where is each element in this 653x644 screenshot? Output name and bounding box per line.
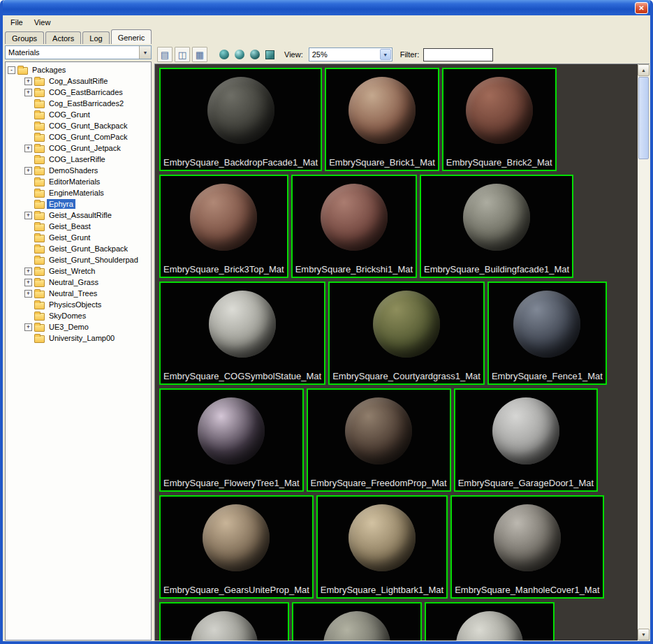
- material-name: EmbrySquare_Brick2_Mat: [446, 157, 553, 170]
- tab-groups[interactable]: Groups: [5, 31, 44, 44]
- material-browser-panel: ▤ ◫ ▦ View: 25% ▼ Filter: Em: [154, 45, 650, 641]
- material-name: EmbrySquare_Fence1_Mat: [491, 371, 603, 383]
- tree-item[interactable]: +DemoShaders: [8, 165, 151, 176]
- cube-primitive-icon: [265, 50, 274, 59]
- resource-type-value: Materials: [6, 48, 139, 57]
- preview-circle-button[interactable]: [217, 48, 230, 61]
- thumbnail-view-button[interactable]: ▦: [192, 47, 207, 62]
- collapse-icon[interactable]: -: [8, 66, 15, 74]
- tree-item[interactable]: +Geist_Wretch: [8, 265, 151, 277]
- folder-icon: [34, 335, 45, 343]
- tab-generic[interactable]: Generic: [111, 29, 152, 44]
- material-thumbnail[interactable]: EmbrySquare_BackdropFacade1_Mat: [159, 68, 322, 171]
- tab-actors[interactable]: Actors: [45, 31, 81, 44]
- material-sphere-preview: [209, 291, 276, 358]
- preview-cube-button[interactable]: [263, 48, 277, 61]
- material-sphere-preview: [321, 184, 388, 251]
- material-thumbnail[interactable]: [159, 602, 289, 641]
- folder-icon: [34, 134, 45, 142]
- tree-item[interactable]: University_Lamp00: [8, 332, 151, 344]
- tree-item[interactable]: +Neutral_Trees: [8, 288, 151, 299]
- tree-item[interactable]: COG_Grunt_ComPack: [8, 131, 151, 142]
- menu-file[interactable]: File: [5, 17, 29, 28]
- expand-icon[interactable]: +: [24, 145, 32, 152]
- close-button[interactable]: ✕: [635, 2, 648, 14]
- expand-icon[interactable]: +: [24, 290, 32, 298]
- tree-item[interactable]: Geist_Grunt_Backpack: [8, 243, 151, 254]
- tree-item-selected[interactable]: Ephyra: [8, 198, 151, 210]
- tree-item[interactable]: +UE3_Demo: [8, 321, 151, 332]
- expand-icon[interactable]: +: [24, 89, 32, 96]
- tab-log[interactable]: Log: [82, 31, 109, 44]
- material-thumbnail[interactable]: EmbrySquare_COGSymbolStatue_Mat: [159, 281, 325, 385]
- tree-item[interactable]: Geist_Beast: [8, 221, 151, 232]
- zoom-level-dropdown[interactable]: 25% ▼: [309, 47, 392, 61]
- material-thumbnail[interactable]: EmbrySquare_Lightbark1_Mat: [316, 495, 448, 599]
- vertical-scrollbar[interactable]: ▲ ▼: [638, 64, 650, 641]
- tree-item-label: COG_Grunt_Backpack: [47, 121, 130, 131]
- thumbnail-row: EmbrySquare_FloweryTree1_Mat EmbrySquare…: [159, 388, 635, 492]
- scroll-down-button[interactable]: ▼: [638, 629, 650, 641]
- preview-sphere-alt-button[interactable]: [248, 48, 261, 61]
- scrollbar-track[interactable]: [638, 76, 650, 629]
- expand-icon[interactable]: +: [24, 167, 32, 175]
- expand-icon[interactable]: +: [24, 78, 32, 85]
- scroll-up-button[interactable]: ▲: [638, 64, 650, 76]
- material-thumbnail[interactable]: EmbrySquare_Courtyardgrass1_Mat: [328, 281, 485, 385]
- material-sphere-preview: [348, 77, 416, 144]
- tree-item[interactable]: Geist_Grunt: [8, 232, 151, 243]
- expand-icon[interactable]: +: [24, 279, 32, 286]
- tree-item[interactable]: +COG_EastBarricades: [8, 87, 151, 98]
- material-thumbnail[interactable]: EmbrySquare_ManholeCover1_Mat: [450, 495, 603, 599]
- chevron-down-icon[interactable]: ▼: [380, 49, 391, 60]
- tree-item[interactable]: Geist_Grunt_Shoulderpad: [8, 254, 151, 265]
- tree-item[interactable]: SkyDomes: [8, 310, 151, 321]
- material-thumbnail[interactable]: [425, 602, 555, 641]
- material-thumbnail[interactable]: EmbrySquare_Fence1_Mat: [487, 281, 607, 385]
- material-thumbnail[interactable]: EmbrySquare_Brick3Top_Mat: [159, 175, 288, 278]
- package-tree[interactable]: - Packages +Cog_AssaultRifle +COG_EastBa…: [5, 61, 152, 641]
- split-view-button[interactable]: ◫: [175, 47, 190, 62]
- tree-item[interactable]: EngineMaterials: [8, 187, 151, 198]
- title-bar[interactable]: ✕: [3, 0, 650, 15]
- material-sphere-preview: [198, 397, 265, 464]
- material-sphere-preview: [190, 184, 257, 251]
- tree-item[interactable]: Cog_EastBarricades2: [8, 98, 151, 109]
- folder-icon: [34, 279, 45, 287]
- tree-item-packages-root[interactable]: - Packages: [8, 64, 151, 75]
- list-view-button[interactable]: ▤: [157, 47, 173, 62]
- material-thumbnail[interactable]: EmbrySquare_Brick1_Mat: [325, 68, 439, 171]
- tree-item[interactable]: +COG_Grunt_Jetpack: [8, 142, 151, 154]
- material-thumbnail[interactable]: EmbrySquare_GearsUniteProp_Mat: [159, 495, 314, 599]
- material-name: EmbrySquare_Brick1_Mat: [328, 157, 436, 170]
- resource-type-dropdown[interactable]: Materials ▼: [5, 45, 152, 59]
- tree-item[interactable]: +Neutral_Grass: [8, 277, 151, 288]
- material-thumbnail[interactable]: EmbrySquare_Brickshi1_Mat: [291, 175, 417, 278]
- expand-icon[interactable]: +: [24, 212, 32, 219]
- thumbnail-grid[interactable]: EmbrySquare_BackdropFacade1_Mat EmbrySqu…: [155, 64, 638, 641]
- material-sphere-preview: [191, 611, 258, 641]
- menu-view[interactable]: View: [29, 17, 57, 28]
- tree-item[interactable]: +Geist_AssaultRifle: [8, 210, 151, 221]
- tree-item-label: COG_Grunt_Jetpack: [47, 143, 123, 153]
- material-thumbnail[interactable]: EmbrySquare_Buildingfacade1_Mat: [420, 175, 573, 278]
- material-thumbnail[interactable]: EmbrySquare_FloweryTree1_Mat: [159, 388, 304, 492]
- tree-item[interactable]: COG_LaserRifle: [8, 154, 151, 165]
- material-name: EmbrySquare_Brickshi1_Mat: [295, 264, 413, 277]
- tree-item[interactable]: COG_Grunt_Backpack: [8, 120, 151, 131]
- expand-icon[interactable]: +: [24, 268, 32, 275]
- material-thumbnail[interactable]: [292, 602, 422, 641]
- tree-item[interactable]: PhysicsObjects: [8, 299, 151, 310]
- sphere-primitive-icon: [235, 50, 244, 59]
- tree-item[interactable]: EditorMaterials: [8, 176, 151, 187]
- expand-icon[interactable]: +: [24, 323, 32, 331]
- material-thumbnail[interactable]: EmbrySquare_FreedomProp_Mat: [307, 388, 451, 492]
- material-thumbnail[interactable]: EmbrySquare_Brick2_Mat: [442, 68, 557, 171]
- tree-item[interactable]: +Cog_AssaultRifle: [8, 75, 151, 87]
- scrollbar-thumb[interactable]: [638, 77, 649, 159]
- material-thumbnail[interactable]: EmbrySquare_GarageDoor1_Mat: [454, 388, 598, 492]
- filter-input[interactable]: [423, 48, 493, 61]
- preview-sphere-button[interactable]: [233, 48, 246, 61]
- tree-item[interactable]: COG_Grunt: [8, 109, 151, 120]
- chevron-down-icon[interactable]: ▼: [139, 46, 151, 59]
